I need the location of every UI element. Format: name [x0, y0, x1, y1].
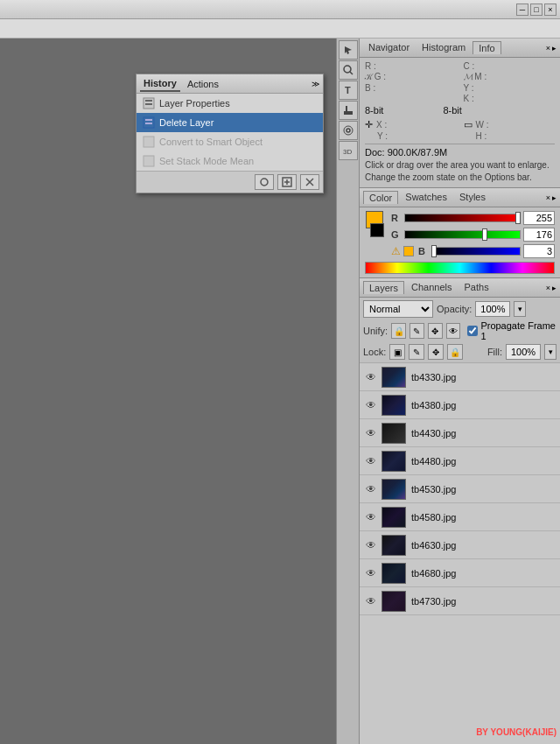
unify-btn-move[interactable]: ✥	[428, 323, 443, 339]
tool-text[interactable]: T	[339, 81, 358, 100]
layer-item-7[interactable]: 👁 tb4680.jpg	[360, 559, 560, 587]
layers-panel-menu[interactable]: ▸	[552, 284, 556, 292]
propagate-checkbox[interactable]	[467, 326, 478, 336]
eye-icon-3[interactable]: 👁	[363, 453, 379, 469]
layer-item-8[interactable]: 👁 tb4730.jpg	[360, 587, 560, 615]
g-slider-track[interactable]	[404, 230, 521, 239]
r-slider-value[interactable]	[523, 211, 555, 225]
layer-thumb-7	[382, 563, 406, 584]
fill-input[interactable]	[506, 344, 541, 360]
propagate-label: Propagate Frame 1	[480, 320, 556, 341]
info-content: R : 𝒦 G : B : C :	[360, 58, 560, 187]
color-panel-tabs: Color Swatches Styles	[363, 191, 544, 204]
layer-item-4[interactable]: 👁 tb4530.jpg	[360, 475, 560, 503]
layer-item-2[interactable]: 👁 tb4430.jpg	[360, 419, 560, 447]
b-slider-value[interactable]	[523, 244, 555, 258]
lock-btn-paint[interactable]: ✎	[409, 344, 424, 360]
delete-state-button[interactable]	[300, 174, 319, 190]
tab-histogram[interactable]: Histogram	[416, 41, 471, 54]
color-panel-header: Color Swatches Styles × ▸	[360, 188, 560, 207]
svg-point-12	[344, 66, 351, 73]
right-panels: Navigator Histogram Info × ▸ R : 𝒦 G :	[359, 39, 560, 744]
info-panel: Navigator Histogram Info × ▸ R : 𝒦 G :	[360, 39, 560, 188]
info-panel-menu[interactable]: ▸	[552, 44, 556, 53]
minimize-button[interactable]: ─	[516, 4, 528, 16]
tab-color[interactable]: Color	[363, 191, 398, 204]
layer-item-5[interactable]: 👁 tb4580.jpg	[360, 503, 560, 531]
r-slider-track[interactable]	[404, 214, 521, 222]
eye-icon-6[interactable]: 👁	[363, 537, 379, 553]
layers-panel: Layers Channels Paths × ▸ Normal Opacity…	[360, 278, 560, 744]
tool-arrow[interactable]	[339, 40, 358, 60]
history-item-delete-layer[interactable]: Delete Layer	[136, 113, 323, 132]
fill-arrow[interactable]: ▾	[544, 344, 556, 360]
layer-item-1[interactable]: 👁 tb4380.jpg	[360, 391, 560, 419]
tool-brush[interactable]	[339, 101, 358, 120]
eye-icon-5[interactable]: 👁	[363, 509, 379, 525]
g-slider-thumb[interactable]	[482, 228, 487, 241]
color-panel-menu[interactable]: ▸	[552, 193, 556, 202]
history-item-label-stack: Set Stack Mode Mean	[159, 156, 254, 166]
layer-item-3[interactable]: 👁 tb4480.jpg	[360, 447, 560, 475]
eye-icon-1[interactable]: 👁	[363, 397, 379, 413]
opacity-arrow[interactable]: ▾	[514, 301, 526, 317]
unify-btn-lock[interactable]: 🔒	[391, 323, 406, 339]
tab-actions[interactable]: Actions	[184, 77, 222, 91]
window-controls: ─ □ ×	[516, 4, 556, 16]
tool-settings[interactable]	[339, 121, 358, 140]
color-spectrum[interactable]	[365, 262, 555, 274]
unify-btn-brush[interactable]: ✎	[410, 323, 424, 339]
g-slider-value[interactable]	[523, 228, 555, 242]
maximize-button[interactable]: □	[530, 4, 542, 16]
layer-item-0[interactable]: 👁 tb4330.jpg	[360, 363, 560, 391]
background-swatch[interactable]	[370, 223, 384, 237]
svg-rect-6	[144, 137, 154, 147]
snapshot-button[interactable]	[255, 174, 274, 190]
new-state-button[interactable]	[277, 174, 297, 190]
layers-panel-close[interactable]: ×	[546, 284, 550, 292]
unify-btn-visibility[interactable]: 👁	[446, 323, 461, 339]
b-slider-thumb[interactable]	[431, 245, 437, 257]
doc-info: Doc: 900.0K/87.9M	[365, 147, 555, 158]
tab-layers[interactable]: Layers	[363, 281, 404, 294]
eye-icon-4[interactable]: 👁	[363, 481, 379, 497]
tab-paths[interactable]: Paths	[459, 281, 494, 294]
tab-history[interactable]: History	[140, 76, 180, 92]
lock-btn-pixel[interactable]: ▣	[389, 344, 405, 360]
info-panel-close[interactable]: ×	[546, 44, 550, 53]
layer-name-0: tb4330.jpg	[411, 372, 456, 383]
history-panel-menu[interactable]: ≫	[312, 80, 319, 88]
blend-mode-select[interactable]: Normal	[363, 300, 433, 318]
tab-info[interactable]: Info	[472, 41, 500, 54]
opacity-input[interactable]	[475, 301, 510, 317]
eye-icon-0[interactable]: 👁	[363, 369, 379, 385]
tab-channels[interactable]: Channels	[406, 281, 457, 294]
history-item-stack-mode: Set Stack Mode Mean	[136, 151, 323, 171]
layer-name-7: tb4680.jpg	[411, 568, 456, 579]
tool-3d[interactable]: 3D	[339, 141, 358, 160]
tab-navigator[interactable]: Navigator	[363, 41, 415, 54]
b-slider-track[interactable]	[431, 247, 521, 256]
color-panel-close[interactable]: ×	[546, 193, 550, 202]
r-slider-thumb[interactable]	[515, 212, 521, 224]
cross-icon: ✛	[365, 119, 373, 130]
layer-thumb-6	[382, 535, 406, 556]
layer-item-6[interactable]: 👁 tb4630.jpg	[360, 531, 560, 559]
layer-name-8: tb4730.jpg	[411, 596, 456, 607]
tool-zoom[interactable]	[339, 60, 358, 80]
history-icon-delete	[142, 116, 156, 130]
eye-icon-7[interactable]: 👁	[363, 565, 379, 581]
history-item-label: Layer Properties	[159, 98, 230, 109]
history-icon-stack	[142, 154, 156, 168]
r-label: R :	[365, 61, 381, 71]
eye-icon-2[interactable]: 👁	[363, 425, 379, 441]
info-hint: Click or drag over the area you want to …	[365, 159, 555, 184]
lock-btn-all[interactable]: 🔒	[447, 344, 463, 360]
eye-icon-8[interactable]: 👁	[363, 593, 379, 609]
lock-btn-move[interactable]: ✥	[428, 344, 444, 360]
tab-swatches[interactable]: Swatches	[400, 191, 452, 204]
close-button[interactable]: ×	[544, 4, 556, 16]
history-item-layer-properties[interactable]: Layer Properties	[136, 94, 323, 113]
y2-label: Y :	[377, 131, 393, 141]
tab-styles[interactable]: Styles	[454, 191, 491, 204]
